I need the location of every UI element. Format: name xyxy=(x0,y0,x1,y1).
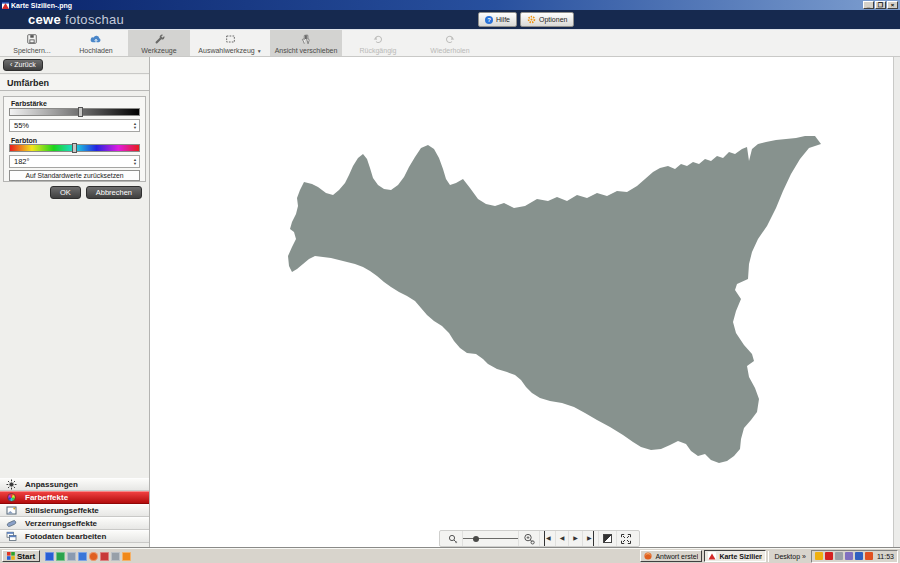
color-wheel-icon xyxy=(5,492,18,503)
taskbar-task-karte-sizilien[interactable]: Karte Sizilien-.p... xyxy=(704,550,766,562)
quick-launch-icon-5[interactable] xyxy=(89,552,98,561)
back-button[interactable]: ‹ Zurück xyxy=(3,59,43,71)
tray-icon-3[interactable] xyxy=(835,552,843,560)
window-titlebar: Karte Sizilien-.png _ ❐ × xyxy=(0,0,900,10)
tray-icon-6[interactable] xyxy=(865,552,873,560)
category-fotodaten[interactable]: Fotodaten bearbeiten xyxy=(0,530,149,543)
quick-launch-icon-3[interactable] xyxy=(67,552,76,561)
upload-button[interactable]: Hochladen xyxy=(64,30,128,56)
saturation-slider-thumb[interactable] xyxy=(78,107,83,117)
selection-tool-button[interactable]: Auswahlwerkzeug ▼ xyxy=(190,30,270,56)
wrench-icon xyxy=(153,33,165,45)
tools-button[interactable]: Werkzeuge xyxy=(128,30,190,56)
photo-data-icon xyxy=(5,531,18,542)
distortion-icon xyxy=(5,518,18,529)
desktop-toolbar[interactable]: Desktop » xyxy=(771,553,809,560)
panel-title: Umfärben xyxy=(0,75,149,91)
spinner-down-icon[interactable]: ▼ xyxy=(133,126,137,130)
redo-button[interactable]: Wiederholen xyxy=(414,30,486,56)
options-label: Optionen xyxy=(539,16,567,23)
marquee-icon xyxy=(224,33,237,45)
tray-icon-4[interactable] xyxy=(845,552,853,560)
options-button[interactable]: Optionen xyxy=(520,12,574,27)
spinner-down-icon[interactable]: ▼ xyxy=(133,162,137,166)
fullscreen-icon xyxy=(621,534,631,544)
brand-cewe: cewe xyxy=(28,12,61,27)
pan-view-button[interactable]: Ansicht verschieben xyxy=(270,30,342,56)
viewer-controls: ◀ ◀ ▶ ▶ xyxy=(439,530,640,547)
cewe-task-icon xyxy=(708,552,716,560)
tray-icon-2[interactable] xyxy=(825,552,833,560)
floppy-icon xyxy=(26,33,38,45)
help-button[interactable]: ? Hilfe xyxy=(478,12,517,27)
sicily-map xyxy=(288,133,823,465)
last-image-button[interactable]: ▶ xyxy=(582,531,598,546)
undo-button[interactable]: Rückgängig xyxy=(342,30,414,56)
fullscreen-button[interactable] xyxy=(616,531,635,546)
quick-launch-icon-2[interactable] xyxy=(56,552,65,561)
hue-spinner[interactable]: 182° ▲▼ xyxy=(9,155,140,168)
brand-logo: cewefotoschau xyxy=(28,12,124,27)
quick-launch-icon-8[interactable] xyxy=(122,552,131,561)
back-chevron-icon: ‹ xyxy=(10,60,12,70)
redo-icon xyxy=(444,33,456,45)
compare-view-button[interactable] xyxy=(598,531,616,546)
saturation-spinner[interactable]: 55% ▲▼ xyxy=(9,119,140,132)
next-image-icon: ▶ xyxy=(573,531,578,546)
quick-launch-icon-4[interactable] xyxy=(78,552,87,561)
help-label: Hilfe xyxy=(496,16,510,23)
hue-slider[interactable] xyxy=(9,144,140,152)
sun-icon xyxy=(5,479,18,490)
first-image-icon: ◀ xyxy=(544,531,551,546)
browser-task-icon xyxy=(644,552,652,560)
category-stilisierungseffekte[interactable]: Stilisierungseffekte xyxy=(0,504,149,517)
zoom-out-icon xyxy=(448,534,458,544)
chevron-down-icon: ▼ xyxy=(257,48,262,54)
tray-icon-1[interactable] xyxy=(815,552,823,560)
quick-launch-icon-6[interactable] xyxy=(100,552,109,561)
category-farbeffekte[interactable]: Farbeffekte xyxy=(0,491,149,504)
next-image-button[interactable]: ▶ xyxy=(568,531,582,546)
zoom-slider[interactable] xyxy=(462,531,518,546)
taskbar-task-antwort[interactable]: Antwort erstellen... xyxy=(640,550,702,562)
zoom-out-button[interactable] xyxy=(444,531,462,546)
image-canvas[interactable]: ◀ ◀ ▶ ▶ xyxy=(151,57,893,547)
hue-slider-thumb[interactable] xyxy=(72,143,77,153)
overflow-chevron-icon: » xyxy=(802,553,806,560)
quick-launch-icon-1[interactable] xyxy=(45,552,54,561)
zoom-slider-thumb[interactable] xyxy=(473,536,479,542)
main-toolbar: Speichern... Hochladen Werkzeuge Auswahl… xyxy=(0,30,900,57)
system-tray: 11:53 xyxy=(811,550,898,563)
effect-categories: Anpassungen Farbeffekte Stilisierungseff… xyxy=(0,478,149,543)
hue-value: 182° xyxy=(14,157,30,166)
quick-launch-icon-7[interactable] xyxy=(111,552,120,561)
hue-label: Farbton xyxy=(11,137,37,144)
hand-icon xyxy=(300,33,312,45)
brand-fotoschau: fotoschau xyxy=(65,12,124,27)
help-icon: ? xyxy=(485,16,493,24)
divider xyxy=(0,73,149,74)
zoom-slider-track xyxy=(463,538,518,539)
category-anpassungen[interactable]: Anpassungen xyxy=(0,478,149,491)
ok-button[interactable]: OK xyxy=(50,186,81,199)
first-image-button[interactable]: ◀ xyxy=(539,531,555,546)
cancel-button[interactable]: Abbrechen xyxy=(86,186,142,199)
style-effects-icon xyxy=(5,505,18,516)
quick-launch xyxy=(45,552,131,561)
taskbar: Start Antwort erstellen... Karte Sizilie… xyxy=(0,548,900,563)
sidebar-panel: ‹ Zurück Umfärben Farbstärke 55% ▲▼ Farb… xyxy=(0,57,150,547)
category-verzerrungseffekte[interactable]: Verzerrungseffekte xyxy=(0,517,149,530)
previous-image-button[interactable]: ◀ xyxy=(555,531,569,546)
maximize-icon[interactable]: ❐ xyxy=(875,1,886,9)
close-icon[interactable]: × xyxy=(887,1,898,9)
recolor-groupbox: Farbstärke 55% ▲▼ Farbton 182° ▲▼ Auf St… xyxy=(3,96,146,182)
cloud-upload-icon xyxy=(89,33,103,45)
zoom-in-button[interactable] xyxy=(518,531,539,546)
reset-defaults-button[interactable]: Auf Standardwerte zurücksetzen xyxy=(9,170,140,181)
tray-icon-5[interactable] xyxy=(855,552,863,560)
start-button[interactable]: Start xyxy=(2,550,40,562)
save-button[interactable]: Speichern... xyxy=(0,30,64,56)
minimize-icon[interactable]: _ xyxy=(863,1,874,9)
taskbar-clock[interactable]: 11:53 xyxy=(877,553,894,560)
saturation-slider[interactable] xyxy=(9,108,140,116)
